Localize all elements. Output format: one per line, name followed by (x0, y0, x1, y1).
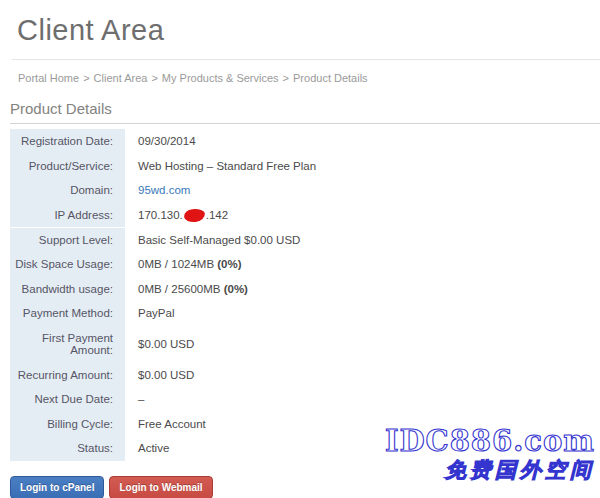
table-row: Support Level:Basic Self-Managed $0.00 U… (10, 228, 600, 253)
row-value: 95wd.com (125, 178, 190, 203)
table-row: Bandwidth usage:0MB / 25600MB (0%) (10, 277, 600, 302)
breadcrumb-item: Product Details (293, 72, 368, 84)
page-title: Client Area (17, 14, 600, 47)
breadcrumb-separator: > (151, 72, 157, 84)
row-label: Status: (10, 436, 125, 461)
usage-percent: (0%) (217, 258, 241, 270)
table-row: Next Due Date:– (10, 387, 600, 412)
row-label: Support Level: (10, 228, 125, 253)
header-divider (12, 59, 600, 60)
row-label: IP Address: (10, 203, 125, 228)
table-row: IP Address:170.130..142 (10, 203, 600, 228)
row-label: Product/Service: (10, 154, 125, 179)
product-table: Registration Date:09/30/2014Product/Serv… (10, 129, 600, 461)
row-label: Next Due Date: (10, 387, 125, 412)
login-to-cpanel-button[interactable]: Login to cPanel (10, 476, 104, 498)
row-value: PayPal (125, 301, 174, 326)
table-row: Recurring Amount:$0.00 USD (10, 363, 600, 388)
row-value: Basic Self-Managed $0.00 USD (125, 228, 300, 253)
row-value: 0MB / 1024MB (0%) (125, 252, 242, 277)
domain-link[interactable]: 95wd.com (138, 184, 190, 196)
breadcrumb-item[interactable]: Client Area (94, 72, 148, 84)
row-label: Recurring Amount: (10, 363, 125, 388)
row-value: Web Hosting – Standard Free Plan (125, 154, 316, 179)
row-value: Active (125, 436, 169, 461)
button-bar: Login to cPanel Login to Webmail (10, 476, 600, 498)
row-value: $0.00 USD (125, 363, 194, 388)
login-to-webmail-button[interactable]: Login to Webmail (109, 476, 212, 498)
table-row: Status:Active (10, 436, 600, 461)
row-label: Payment Method: (10, 301, 125, 326)
row-label: Registration Date: (10, 129, 125, 154)
row-label: Disk Space Usage: (10, 252, 125, 277)
usage-percent: (0%) (224, 283, 248, 295)
section-title-product-details: Product Details (10, 100, 600, 124)
breadcrumb-item[interactable]: My Products & Services (162, 72, 279, 84)
row-value: $0.00 USD (125, 332, 194, 357)
breadcrumb-item[interactable]: Portal Home (18, 72, 79, 84)
table-row: Registration Date:09/30/2014 (10, 129, 600, 154)
row-label: Domain: (10, 178, 125, 203)
ip-redaction-blob (183, 208, 205, 223)
breadcrumb: Portal Home>Client Area>My Products & Se… (18, 72, 600, 84)
table-row: First Payment Amount:$0.00 USD (10, 326, 600, 363)
breadcrumb-separator: > (283, 72, 289, 84)
table-row: Product/Service:Web Hosting – Standard F… (10, 154, 600, 179)
row-value: – (125, 387, 144, 412)
row-value: 09/30/2014 (125, 129, 196, 154)
table-row: Payment Method:PayPal (10, 301, 600, 326)
row-value: 0MB / 25600MB (0%) (125, 277, 248, 302)
table-row: Billing Cycle:Free Account (10, 412, 600, 437)
row-label: Bandwidth usage: (10, 277, 125, 302)
row-value: 170.130..142 (125, 203, 228, 228)
row-value: Free Account (125, 412, 206, 437)
row-label: Billing Cycle: (10, 412, 125, 437)
table-row: Domain:95wd.com (10, 178, 600, 203)
breadcrumb-separator: > (83, 72, 89, 84)
table-row: Disk Space Usage:0MB / 1024MB (0%) (10, 252, 600, 277)
row-label: First Payment Amount: (10, 326, 125, 363)
